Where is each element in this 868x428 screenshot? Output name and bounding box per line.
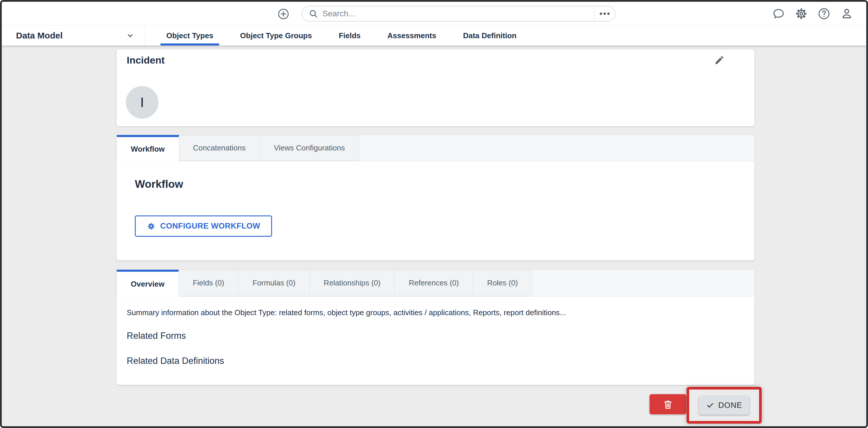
done-button-label: DONE xyxy=(718,401,742,410)
search-options-button[interactable] xyxy=(594,6,615,21)
annotation-highlight-box: DONE xyxy=(686,387,762,424)
user-profile-button[interactable] xyxy=(840,7,854,21)
question-circle-icon xyxy=(817,7,830,20)
help-button[interactable] xyxy=(817,7,831,21)
module-selector[interactable]: Data Model xyxy=(2,26,145,46)
top-header-bar xyxy=(2,2,866,26)
nav-tab-fields[interactable]: Fields xyxy=(333,26,366,46)
plus-circle-icon xyxy=(277,8,289,20)
add-button[interactable] xyxy=(277,7,290,21)
tab-views-configurations[interactable]: Views Configurations xyxy=(260,135,359,161)
workflow-panel: Workflow Concatenations Views Configurat… xyxy=(117,135,754,260)
nav-tab-object-types[interactable]: Object Types xyxy=(160,26,219,46)
config-tab-strip: Workflow Concatenations Views Configurat… xyxy=(117,135,754,161)
page-content: Incident I Workflow Concatenations Views… xyxy=(2,46,866,426)
chat-bubble-icon xyxy=(772,7,785,20)
tab-roles[interactable]: Roles (0) xyxy=(473,270,532,296)
header-icon-group xyxy=(772,2,854,26)
configure-workflow-button[interactable]: CONFIGURE WORKFLOW xyxy=(135,216,272,237)
settings-button[interactable] xyxy=(795,7,808,21)
person-icon xyxy=(840,7,853,20)
tab-fields[interactable]: Fields (0) xyxy=(179,270,239,296)
ellipsis-icon xyxy=(599,12,611,16)
global-search-bar xyxy=(302,6,616,22)
chevron-down-icon xyxy=(126,31,134,40)
module-selector-label: Data Model xyxy=(16,31,63,40)
overview-panel: Overview Fields (0) Formulas (0) Relatio… xyxy=(117,270,754,385)
overview-summary-text: Summary information about the Object Typ… xyxy=(127,308,744,317)
tab-workflow[interactable]: Workflow xyxy=(117,135,179,161)
configure-workflow-label: CONFIGURE WORKFLOW xyxy=(160,222,260,231)
done-button[interactable]: DONE xyxy=(699,396,749,415)
detail-tab-strip: Overview Fields (0) Formulas (0) Relatio… xyxy=(117,270,754,296)
nav-tab-assessments[interactable]: Assessments xyxy=(381,26,442,46)
chat-button[interactable] xyxy=(772,7,785,21)
object-type-title: Incident xyxy=(127,55,164,66)
tab-overview[interactable]: Overview xyxy=(117,270,179,296)
delete-object-type-button[interactable] xyxy=(650,394,686,414)
tab-references[interactable]: References (0) xyxy=(395,270,473,296)
nav-tab-data-definition[interactable]: Data Definition xyxy=(457,26,522,46)
trash-icon xyxy=(663,399,673,410)
gear-solid-icon xyxy=(147,222,156,231)
search-icon xyxy=(308,9,318,19)
tab-formulas[interactable]: Formulas (0) xyxy=(239,270,310,296)
related-data-definitions-heading: Related Data Definitions xyxy=(127,356,744,366)
checkmark-icon xyxy=(706,401,714,409)
edit-object-type-button[interactable] xyxy=(714,54,725,66)
avatar-initial: I xyxy=(141,94,144,110)
object-type-header-card: Incident I xyxy=(117,50,754,126)
module-nav-bar: Data Model Object Types Object Type Grou… xyxy=(2,26,866,46)
app-window: Data Model Object Types Object Type Grou… xyxy=(0,0,868,428)
object-type-avatar: I xyxy=(126,86,158,119)
workflow-heading: Workflow xyxy=(135,178,183,190)
related-forms-heading: Related Forms xyxy=(127,331,744,341)
tab-concatenations[interactable]: Concatenations xyxy=(179,135,260,161)
gear-icon xyxy=(795,7,808,20)
module-tab-list: Object Types Object Type Groups Fields A… xyxy=(145,26,522,46)
pencil-icon xyxy=(714,55,725,65)
workflow-tab-body: Workflow xyxy=(117,161,754,260)
nav-tab-object-type-groups[interactable]: Object Type Groups xyxy=(234,26,318,46)
overview-tab-body: Summary information about the Object Typ… xyxy=(117,296,754,385)
tab-relationships[interactable]: Relationships (0) xyxy=(310,270,395,296)
search-input[interactable] xyxy=(318,6,594,21)
